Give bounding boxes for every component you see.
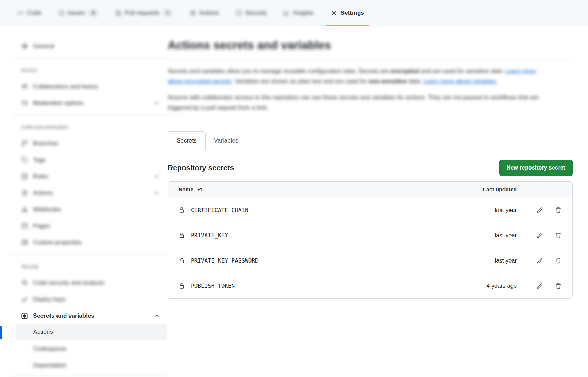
play-circle-icon [190,10,196,16]
tab-insights[interactable]: Insights [276,0,321,26]
delete-secret-button[interactable] [555,207,562,213]
repository-secrets-heading: Repository secrets [168,164,234,172]
link-learn-more-variables[interactable]: Learn more about variables [423,78,496,85]
lock-icon [179,283,185,289]
tab-label: Pull requests [125,9,159,16]
tab-pull-requests[interactable]: Pull requests 1 [108,0,180,26]
secret-row-actions [517,232,562,239]
sidebar-item-label: Collaborators and teams [33,83,160,90]
sidebar-item-tags[interactable]: Tags [12,152,167,168]
intro-text-segment: Secrets and variables allow you to manag… [168,68,390,74]
delete-secret-button[interactable] [555,257,562,264]
comment-discussion-icon [21,100,28,106]
name-column-header[interactable]: Name [179,186,464,193]
intro-text-segment: data. [407,78,423,85]
tab-label: Settings [341,9,364,16]
new-repository-secret-button[interactable]: New repository secret [499,160,573,176]
sidebar-item-collaborators-and-teams[interactable]: Collaborators and teams [12,78,167,95]
sidebar-section-access: Access [12,62,167,78]
tab-label: Insights [293,9,314,16]
secret-last-updated: last year [464,232,517,239]
secret-name: PUBLISH_TOKEN [191,283,235,289]
tab-issues[interactable]: Issues 8 [51,0,106,26]
git-pull-request-icon [115,10,122,16]
sidebar-item-custom-properties[interactable]: Custom properties [12,234,167,251]
secret-name-cell: PRIVATE_KEY [179,232,464,239]
intro-text-segment: . Variables are shown as plain text and … [231,78,368,85]
sidebar-item-branches[interactable]: Branches [12,135,167,152]
secrets-table-header: Name Last updated [168,182,572,197]
browser-icon [21,223,28,229]
sidebar-item-pages[interactable]: Pages [12,218,167,234]
tab-actions[interactable]: Actions [183,0,226,26]
chevron-down-icon [154,100,160,106]
table-row: PRIVATE_KEY last year [168,223,572,248]
sidebar-item-general[interactable]: General [12,38,167,54]
edit-secret-button[interactable] [536,232,543,239]
sidebar-divider [12,115,167,115]
secret-name: CERTIFICATE_CHAIN [191,207,248,213]
secret-name-cell: CERTIFICATE_CHAIN [179,207,464,213]
sidebar-subitem-codespaces[interactable]: Codespaces [12,340,167,357]
secret-last-updated: last year [464,257,517,264]
secrets-subitem-actions-wrap: Actions [12,324,167,340]
sidebar-item-label: Pages [33,223,160,230]
edit-secret-button[interactable] [536,207,543,213]
play-circle-icon [21,190,28,196]
shield-icon [236,10,242,16]
secrets-variables-tabnav: Secrets Variables [168,131,573,150]
graph-icon [283,10,290,16]
sidebar-section-code-and-automation: Code and automation [12,119,167,135]
sidebar-item-rules[interactable]: Rules [12,168,167,185]
secret-name-cell: PUBLISH_TOKEN [179,283,464,289]
sidebar-item-label: Actions [33,329,53,336]
sidebar-divider [12,376,167,376]
issue-opened-icon [58,10,65,16]
sidebar-subitem-actions[interactable]: Actions [16,324,167,340]
sidebar-item-label: Branches [33,140,160,147]
edit-secret-button[interactable] [536,257,543,264]
issues-count-badge: 8 [88,9,99,17]
sidebar-item-webhooks[interactable]: Webhooks [12,201,167,218]
last-updated-column-header: Last updated [464,186,517,193]
sidebar-item-code-security-and-analysis[interactable]: Code security and analysis [12,275,167,291]
secret-row-actions [517,207,562,213]
lock-icon [179,257,185,264]
lock-icon [179,232,185,239]
name-header-label: Name [179,186,193,193]
sidebar-item-moderation-options[interactable]: Moderation options [12,95,167,111]
secret-name: PRIVATE_KEY_PASSWORD [191,257,259,264]
intro-bold-non-sensitive: non-sensitive [368,78,407,85]
sidebar-item-label: Deploy keys [33,296,160,303]
tab-label: Code [27,9,41,16]
tab-settings[interactable]: Settings [323,0,371,26]
tag-icon [21,157,28,163]
git-branch-icon [21,140,28,147]
gear-icon [330,9,338,16]
code-icon [18,10,24,16]
intro-text-segment: and are used for sensitive data. [419,68,506,74]
tab-secrets[interactable]: Secrets [168,131,206,150]
key-icon [21,296,28,303]
secret-row-actions [517,257,562,264]
tab-code[interactable]: Code [11,0,48,26]
sidebar-subitem-dependabot[interactable]: Dependabot [12,357,167,373]
delete-secret-button[interactable] [555,232,562,239]
sidebar-item-actions[interactable]: Actions [12,185,167,201]
people-icon [21,83,28,90]
intro-paragraph-2: Anyone with collaborator access to this … [168,92,540,113]
sidebar-item-secrets-and-variables[interactable]: Secrets and variables [12,307,167,324]
delete-secret-button[interactable] [555,283,562,289]
intro-text: Secrets and variables allow you to manag… [168,66,540,113]
secret-name-cell: PRIVATE_KEY_PASSWORD [179,257,464,264]
tab-variables[interactable]: Variables [206,131,247,150]
tab-security[interactable]: Security [229,0,274,26]
repo-nav: Code Issues 8 Pull requests 1 Actions Se… [0,0,588,26]
sidebar-item-label: Actions [33,190,149,197]
sidebar-item-label: Tags [33,157,160,164]
edit-secret-button[interactable] [536,283,543,289]
sidebar-item-deploy-keys[interactable]: Deploy keys [12,291,167,307]
table-row: PUBLISH_TOKEN 4 years ago [168,273,572,298]
secret-name: PRIVATE_KEY [191,232,228,239]
chevron-up-icon [154,313,160,319]
